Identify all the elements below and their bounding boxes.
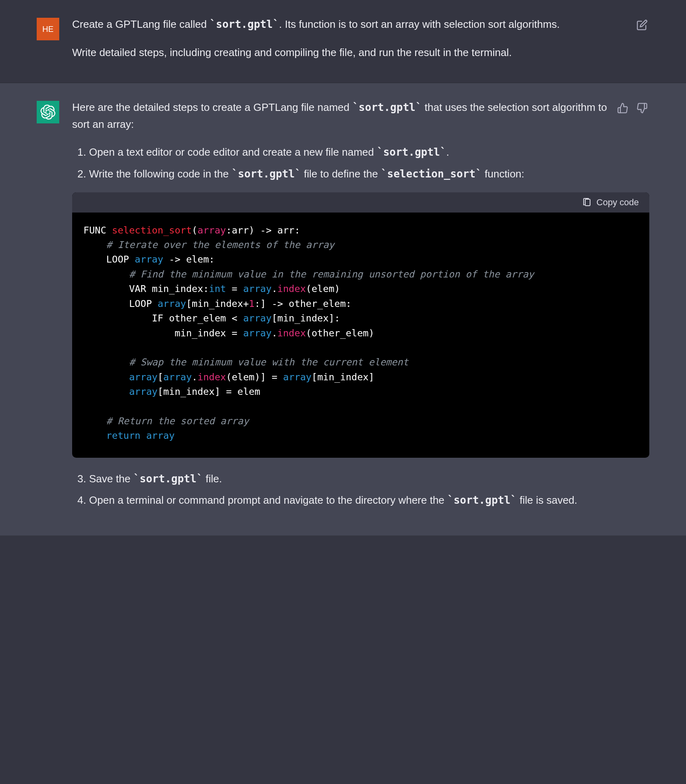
code-token: index — [277, 327, 306, 339]
code-token: . — [272, 283, 277, 294]
code-token: index — [197, 371, 226, 383]
code-token: return — [106, 430, 141, 441]
user-message-inner: HE Create a GPTLang file called `sort.gp… — [37, 16, 649, 61]
code-token: array — [129, 371, 158, 383]
step-1: Open a text editor or code editor and cr… — [89, 144, 649, 161]
steps-list-2: Save the `sort.gptl` file. Open a termin… — [72, 471, 649, 509]
code-token: (elem)] = — [226, 371, 283, 383]
thumbs-down-icon — [636, 102, 648, 114]
code-content: FUNC selection_sort(array:arr) -> arr: #… — [72, 213, 649, 458]
code-token: VAR min_index: — [83, 283, 209, 294]
edit-button[interactable] — [635, 18, 649, 32]
code-token: :] -> other_elem: — [254, 298, 351, 309]
text-segment: Write the following code in the — [89, 168, 232, 180]
inline-code: `sort.gptl` — [210, 18, 279, 30]
inline-code: `sort.gptl` — [133, 473, 203, 485]
thumbs-up-icon — [617, 102, 628, 114]
code-token: array — [243, 313, 272, 324]
code-token: [min_index+ — [186, 298, 249, 309]
code-token: . — [272, 327, 277, 339]
clipboard-icon — [582, 198, 592, 207]
text-segment: function: — [482, 168, 524, 180]
text-segment: file is saved. — [517, 494, 577, 506]
code-token: selection_sort — [112, 225, 192, 236]
text-segment: Open a terminal or command prompt and na… — [89, 494, 447, 506]
assistant-action-icons — [615, 101, 649, 115]
svg-rect-0 — [585, 199, 590, 206]
edit-icon — [636, 19, 648, 31]
code-token: -> elem: — [163, 254, 214, 265]
code-token: LOOP — [83, 254, 135, 265]
code-header: Copy code — [72, 192, 649, 213]
text-segment: Here are the detailed steps to create a … — [72, 101, 352, 113]
code-token: array — [146, 430, 175, 441]
code-token: array — [197, 225, 226, 236]
code-token: 1 — [249, 298, 254, 309]
inline-code: `sort.gptl` — [447, 494, 517, 506]
code-token: [ — [158, 371, 163, 383]
inline-code: `sort.gptl` — [232, 168, 301, 180]
code-token: :arr) -> arr: — [226, 225, 300, 236]
code-token: [min_index] = elem — [158, 386, 260, 397]
user-action-icons — [635, 18, 649, 32]
steps-list-1: Open a text editor or code editor and cr… — [72, 144, 649, 182]
inline-code: `selection_sort` — [381, 168, 482, 180]
code-token: # Swap the minimum value with the curren… — [83, 357, 408, 368]
code-token: # Iterate over the elements of the array — [83, 239, 335, 250]
code-token: (other_elem) — [306, 327, 374, 339]
code-token: . — [192, 371, 197, 383]
code-token: array — [163, 371, 192, 383]
text-segment: Open a text editor or code editor and cr… — [89, 146, 377, 158]
code-token: array — [283, 371, 312, 383]
code-token: IF other_elem < — [83, 313, 243, 324]
code-token: array — [129, 386, 158, 397]
code-token: [min_index]: — [272, 313, 340, 324]
code-token — [83, 430, 106, 441]
thumbs-down-button[interactable] — [635, 101, 649, 115]
code-token: index — [277, 283, 306, 294]
copy-code-button[interactable]: Copy code — [582, 197, 639, 208]
code-token: FUNC — [83, 225, 112, 236]
inline-code: `sort.gptl` — [352, 101, 422, 113]
thumbs-up-button[interactable] — [615, 101, 630, 115]
user-message-row: HE Create a GPTLang file called `sort.gp… — [0, 0, 686, 83]
code-token: array — [243, 327, 272, 339]
user-paragraph-2: Write detailed steps, including creating… — [72, 44, 617, 61]
text-segment: file to define the — [301, 168, 381, 180]
assistant-avatar — [37, 101, 59, 123]
step-3: Save the `sort.gptl` file. — [89, 471, 649, 488]
code-token: min_index = — [83, 327, 243, 339]
code-token — [140, 430, 146, 441]
code-token — [83, 371, 129, 383]
code-token — [83, 386, 129, 397]
text-segment: file. — [203, 473, 222, 485]
user-paragraph-1: Create a GPTLang file called `sort.gptl`… — [72, 16, 617, 33]
code-token: array — [135, 254, 163, 265]
assistant-intro: Here are the detailed steps to create a … — [72, 99, 649, 133]
code-token: # Find the minimum value in the remainin… — [83, 269, 534, 280]
code-token: LOOP — [83, 298, 158, 309]
code-token: # Return the sorted array — [83, 415, 249, 427]
assistant-message-content: Here are the detailed steps to create a … — [72, 99, 649, 514]
code-token: int — [209, 283, 226, 294]
inline-code: `sort.gptl` — [377, 146, 446, 158]
copy-code-label: Copy code — [597, 197, 639, 208]
text-segment: . Its function is to sort an array with … — [279, 18, 560, 30]
user-message-content: Create a GPTLang file called `sort.gptl`… — [72, 16, 649, 61]
code-token: array — [243, 283, 272, 294]
assistant-message-inner: Here are the detailed steps to create a … — [37, 99, 649, 514]
assistant-message-row: Here are the detailed steps to create a … — [0, 83, 686, 536]
text-segment: Create a GPTLang file called — [72, 18, 210, 30]
text-segment: Save the — [89, 473, 133, 485]
step-4: Open a terminal or command prompt and na… — [89, 492, 649, 509]
user-avatar: HE — [37, 18, 59, 40]
code-token: [min_index] — [312, 371, 374, 383]
code-block: Copy code FUNC selection_sort(array:arr)… — [72, 192, 649, 458]
code-token: ( — [192, 225, 197, 236]
code-token: array — [158, 298, 186, 309]
openai-logo-icon — [40, 104, 56, 120]
code-token: (elem) — [306, 283, 340, 294]
step-2: Write the following code in the `sort.gp… — [89, 166, 649, 183]
code-token: = — [226, 283, 243, 294]
text-segment: . — [446, 146, 449, 158]
